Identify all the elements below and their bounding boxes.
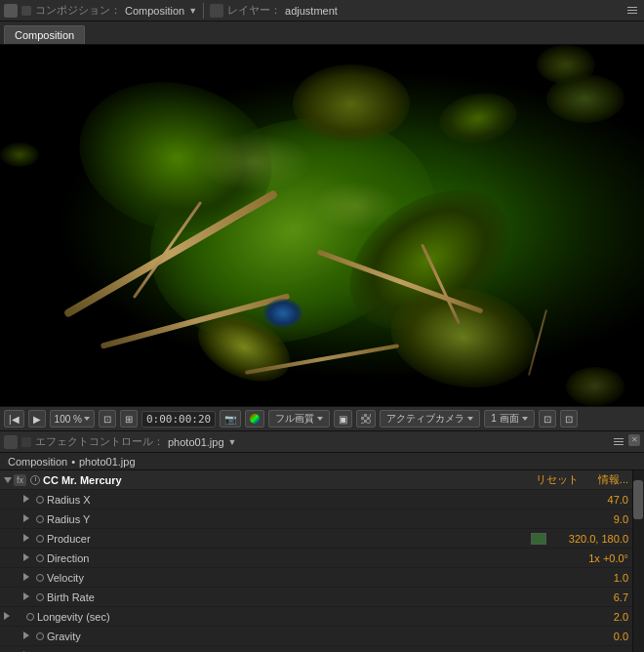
timecode-value: 0:00:00:20 (146, 413, 211, 426)
extra-btn1[interactable]: ⊡ (539, 410, 556, 428)
playback-controls[interactable]: |◀ (4, 410, 24, 428)
dropdown-arrow-composition[interactable]: ▼ (188, 6, 197, 16)
producer-label: Producer (47, 533, 531, 545)
radius-x-value[interactable]: 47.0 (550, 494, 628, 506)
stopwatch-icon-direction[interactable] (33, 551, 47, 565)
dropdown-arrow-effect[interactable]: ▼ (228, 437, 237, 447)
color-btn[interactable] (245, 410, 264, 428)
collapse-icon (23, 632, 29, 639)
viewer-toolbar: |◀ ▶ 100 % ⊡ ⊞ 0:00:00:20 📷 フル画質 ▣ アクティブ… (0, 406, 644, 431)
viewer-background (0, 45, 644, 406)
scrollbar-thumb[interactable] (633, 480, 643, 519)
fit-to-view-btn[interactable]: ⊡ (99, 410, 116, 428)
info-button[interactable]: 情報... (598, 472, 628, 487)
birth-rate-label: Birth Rate (47, 591, 550, 603)
collapse-icon (23, 514, 29, 522)
effect-panel-title: エフェクトコントロール： (35, 434, 164, 449)
prev-frame-icon: |◀ (9, 414, 20, 425)
snapshot-btn[interactable]: 📷 (220, 410, 241, 428)
extra-icon1: ⊡ (543, 414, 551, 425)
divider (203, 3, 204, 19)
stopwatch-icon-birthrate[interactable] (33, 591, 47, 604)
effect-panel-menu-icon[interactable] (611, 434, 626, 450)
radius-y-value[interactable]: 9.0 (550, 513, 628, 525)
reset-button[interactable]: リセット (536, 472, 579, 487)
panel-menu-icon[interactable] (624, 3, 640, 19)
resistance-row: Resistance -0.55 (0, 646, 632, 652)
longevity-row: Longevity (sec) 2.0 (0, 607, 632, 627)
velocity-row: Velocity 1.0 (0, 568, 632, 588)
gravity-row: Gravity 0.0 (0, 627, 632, 646)
composition-tab[interactable]: Composition (4, 25, 85, 44)
stopwatch-icon-resistance[interactable] (33, 649, 47, 653)
expand-icon[interactable] (4, 612, 14, 622)
safe-zones-btn[interactable]: ⊞ (120, 410, 138, 428)
birth-rate-value[interactable]: 6.7 (550, 591, 628, 603)
radius-x-label: Radius X (47, 494, 550, 506)
tab-bar: Composition (0, 21, 644, 45)
stopwatch-icon-radiusy[interactable] (33, 512, 47, 526)
stopwatch-icon-gravity[interactable] (33, 630, 47, 643)
camera-dropdown[interactable]: アクティブカメラ (380, 410, 480, 428)
effect-controls-titlebar: エフェクトコントロール： photo01.jpg ▼ ✕ (0, 431, 644, 453)
expand-icon[interactable] (23, 592, 33, 602)
region-icon: ▣ (339, 414, 347, 425)
collapse-icon (23, 534, 29, 542)
bullet-sep: • (71, 456, 75, 468)
composition-section-label: コンポジション： (35, 3, 121, 18)
comp-name: Composition (8, 456, 67, 468)
vignette (0, 45, 644, 406)
expand-icon[interactable] (23, 632, 33, 641)
play-button[interactable]: ▶ (28, 410, 46, 428)
longevity-value[interactable]: 2.0 (550, 611, 628, 623)
timecode-display[interactable]: 0:00:00:20 (141, 411, 216, 428)
producer-value[interactable]: 320.0, 180.0 (550, 533, 628, 545)
scrollbar-track[interactable] (632, 470, 644, 652)
transparency-btn[interactable] (356, 410, 376, 428)
fit-icon: ⊡ (103, 414, 111, 425)
effect-panel-close-btn[interactable]: ✕ (628, 434, 640, 446)
stopwatch-circle (36, 574, 44, 582)
stopwatch-icon-producer[interactable] (33, 532, 47, 546)
effect-header-row: fx CC Mr. Mercury リセット 情報... (0, 470, 632, 490)
radius-y-label: Radius Y (47, 513, 550, 525)
effect-controls-container: fx CC Mr. Mercury リセット 情報... Radius X 47… (0, 470, 644, 652)
file-name: photo01.jpg (79, 456, 136, 468)
gravity-value[interactable]: 0.0 (550, 631, 628, 642)
play-icon: ▶ (33, 414, 41, 425)
camera-label: アクティブカメラ (386, 412, 464, 426)
expand-icon[interactable] (23, 553, 33, 563)
direction-row: Direction 1x +0.0° (0, 549, 632, 568)
radius-x-row: Radius X 47.0 (0, 490, 632, 509)
velocity-value[interactable]: 1.0 (550, 572, 628, 584)
expand-icon[interactable] (23, 573, 33, 583)
composition-name: Composition (125, 5, 184, 17)
collapse-icon (23, 553, 29, 561)
birth-rate-row: Birth Rate 6.7 (0, 588, 632, 607)
longevity-label: Longevity (sec) (37, 611, 550, 623)
expand-icon[interactable] (23, 534, 33, 544)
collapse-icon (23, 495, 29, 503)
expand-icon[interactable] (23, 495, 33, 505)
zoom-dropdown[interactable]: 100 % (50, 410, 95, 428)
quality-dropdown[interactable]: フル画質 (268, 410, 330, 428)
stopwatch-icon-radiusx[interactable] (33, 493, 47, 507)
stopwatch-icon-longevity[interactable] (23, 610, 37, 624)
effect-panel-filename: photo01.jpg (168, 436, 224, 448)
direction-value[interactable]: 1x +0.0° (550, 552, 628, 564)
region-btn[interactable]: ▣ (334, 410, 352, 428)
composition-tab-label: Composition (15, 29, 74, 41)
expand-icon[interactable] (23, 514, 33, 524)
zoom-label: 100 % (55, 414, 82, 425)
expand-down-icon (4, 477, 12, 483)
extra-btn2[interactable]: ⊡ (560, 410, 578, 428)
layout-dropdown[interactable]: 1 画面 (484, 410, 534, 428)
stopwatch-icon[interactable] (30, 475, 40, 485)
stopwatch-circle (36, 496, 44, 504)
camera-arrow-icon (467, 417, 473, 421)
close-icon: ✕ (631, 435, 638, 444)
stopwatch-icon-velocity[interactable] (33, 571, 47, 585)
effect-expand-icon[interactable] (4, 475, 14, 485)
layer-name: adjustment (285, 5, 338, 17)
stopwatch-circle (26, 613, 34, 621)
